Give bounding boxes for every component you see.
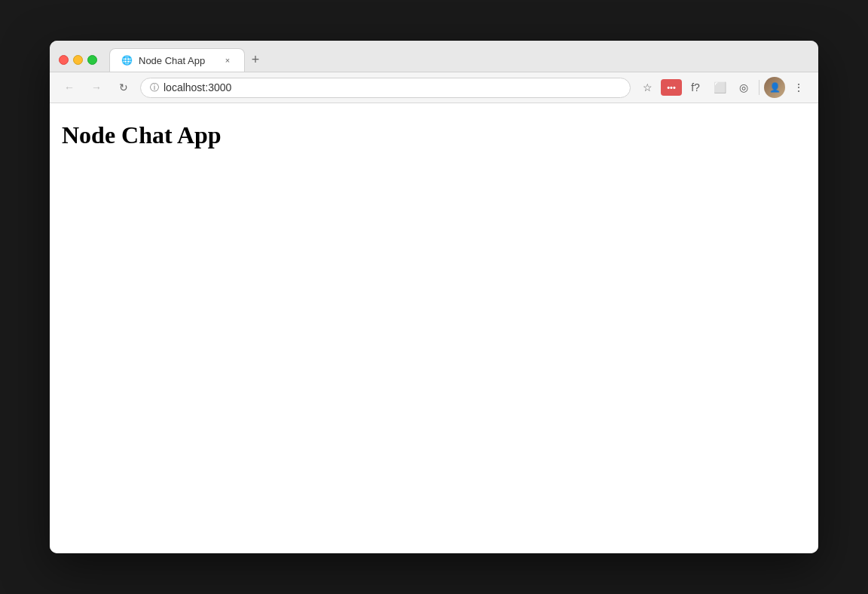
tab-close-icon[interactable]: ×: [222, 54, 234, 66]
title-bar: 🌐 Node Chat App × +: [50, 41, 818, 72]
tab-title: Node Chat App: [139, 55, 215, 66]
address-url-text: localhost:3000: [164, 81, 621, 93]
nav-actions: ☆ ••• f? ⬜ ◎ 👤 ⋮: [637, 77, 809, 98]
reload-button[interactable]: ↻: [113, 77, 134, 98]
more-menu-button[interactable]: ⋮: [788, 77, 809, 98]
new-tab-button[interactable]: +: [245, 49, 266, 70]
navigation-bar: ← → ↻ ⓘ localhost:3000 ☆ ••• f? ⬜ ◎ 👤 ⋮: [50, 72, 818, 103]
browser-window: 🌐 Node Chat App × + ← → ↻ ⓘ localhost:30…: [50, 41, 818, 553]
page-heading: Node Chat App: [62, 121, 806, 149]
page-content: Node Chat App: [50, 103, 818, 553]
maximize-button[interactable]: [87, 55, 97, 65]
address-bar[interactable]: ⓘ localhost:3000: [140, 78, 631, 98]
minimize-button[interactable]: [73, 55, 83, 65]
avatar-image: 👤: [769, 82, 781, 93]
forward-button[interactable]: →: [86, 77, 107, 98]
active-tab[interactable]: 🌐 Node Chat App ×: [109, 48, 245, 72]
profile-avatar[interactable]: 👤: [764, 77, 785, 98]
back-button[interactable]: ←: [59, 77, 80, 98]
address-security-icon: ⓘ: [150, 81, 159, 94]
nav-separator: [759, 80, 760, 95]
extensions-button[interactable]: •••: [661, 79, 682, 96]
tab-favicon-icon: 🌐: [121, 54, 133, 66]
tabs-area: 🌐 Node Chat App × +: [109, 48, 809, 72]
traffic-lights: [59, 55, 97, 65]
refresh-icon-btn[interactable]: ◎: [733, 77, 754, 98]
bookmark-button[interactable]: ☆: [637, 77, 658, 98]
fx-button[interactable]: f?: [685, 77, 706, 98]
screenshot-button[interactable]: ⬜: [709, 77, 730, 98]
close-button[interactable]: [59, 55, 69, 65]
